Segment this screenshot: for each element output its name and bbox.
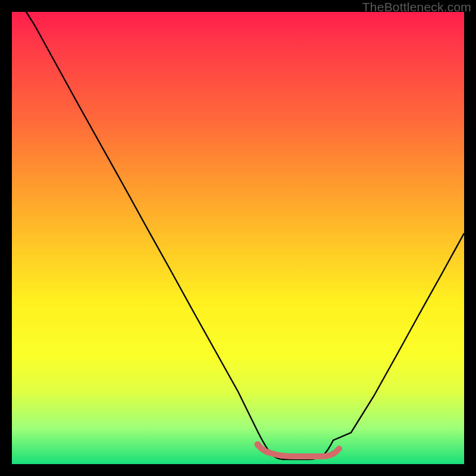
plot-area [12, 12, 464, 464]
watermark-text: TheBottleneck.com [362, 0, 471, 14]
curve-path [12, 12, 464, 459]
sweet-spot-start-dot [255, 441, 261, 448]
bottleneck-curve [12, 12, 464, 464]
chart-frame: TheBottleneck.com [0, 0, 476, 476]
